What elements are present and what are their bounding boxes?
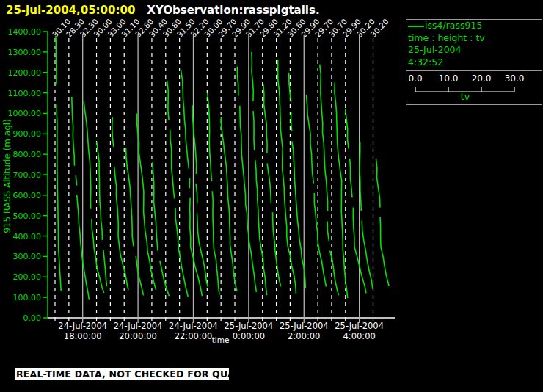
svg-text:1300.00: 1300.00 bbox=[8, 48, 42, 57]
pigtail-trace bbox=[252, 52, 267, 295]
pigtail-traces bbox=[56, 36, 389, 300]
svg-text:24-Jul-2004: 24-Jul-2004 bbox=[58, 321, 107, 331]
svg-text:600.00: 600.00 bbox=[13, 191, 42, 200]
pigtail-trace bbox=[289, 73, 306, 288]
legend-series: iss4/rass915 bbox=[406, 20, 542, 32]
svg-text:20:00:00: 20:00:00 bbox=[119, 331, 157, 341]
svg-text:1100.00: 1100.00 bbox=[8, 89, 42, 98]
pigtail-trace bbox=[208, 93, 219, 295]
rass-pigtail-window: 0.00100.00200.00300.00400.00500.00600.00… bbox=[0, 0, 543, 392]
svg-text:400.00: 400.00 bbox=[13, 232, 42, 242]
svg-text:25-Jul-2004: 25-Jul-2004 bbox=[225, 321, 274, 331]
tv-scale-tick-20: 20.0 bbox=[472, 73, 492, 84]
svg-text:900.00: 900.00 bbox=[13, 129, 42, 139]
svg-text:18:00:00: 18:00:00 bbox=[64, 331, 102, 341]
header-timestamp: 25-jul-2004,05:00:00 bbox=[6, 4, 135, 17]
tv-scale-tick-10: 10.0 bbox=[439, 73, 459, 84]
legend-fields: time : height : tv bbox=[406, 32, 542, 45]
svg-text:1400.00: 1400.00 bbox=[8, 27, 42, 37]
svg-text:0:00:00: 0:00:00 bbox=[233, 331, 265, 341]
pigtail-trace bbox=[112, 117, 128, 290]
svg-text:25-Jul-2004: 25-Jul-2004 bbox=[280, 321, 329, 331]
window-header: 25-jul-2004,05:00:00XYObservation:rasspi… bbox=[6, 4, 320, 17]
svg-text:25-Jul-2004: 25-Jul-2004 bbox=[335, 321, 384, 331]
svg-text:0.00: 0.00 bbox=[23, 313, 42, 323]
legend-separator bbox=[406, 70, 542, 71]
legend-date: 25-Jul-2004 bbox=[406, 44, 542, 57]
pigtail-trace bbox=[56, 36, 61, 291]
legend-time: 4:32:52 bbox=[406, 57, 542, 69]
pigtail-trace bbox=[153, 162, 170, 296]
svg-text:700.00: 700.00 bbox=[13, 170, 42, 180]
pigtail-trace bbox=[97, 142, 107, 286]
legend-series-name: iss4/rass915 bbox=[425, 20, 482, 31]
pigtail-trace bbox=[137, 113, 156, 289]
svg-text:300.00: 300.00 bbox=[13, 252, 42, 261]
pigtail-trace bbox=[346, 109, 366, 293]
tv-scale: 0.0 10.0 20.0 30.0 bbox=[406, 73, 542, 84]
pigtail-trace bbox=[192, 105, 208, 287]
pigtail-trace bbox=[376, 159, 389, 286]
legend-line-sample-icon bbox=[408, 26, 424, 27]
y-axis: 0.00100.00200.00300.00400.00500.00600.00… bbox=[2, 27, 48, 323]
tv-scale-label: tv bbox=[406, 91, 525, 102]
svg-text:800.00: 800.00 bbox=[13, 150, 42, 159]
quality-banner: REAL-TIME DATA, NOT CHECKED FOR QUALITY bbox=[15, 368, 229, 380]
page-title: XYObservation:rasspigtails. bbox=[147, 4, 319, 17]
pigtail-trace bbox=[181, 70, 203, 296]
quality-banner-text: REAL-TIME DATA, NOT CHECKED FOR QUALITY bbox=[15, 368, 229, 380]
pigtail-trace bbox=[360, 142, 373, 289]
svg-text:1000.00: 1000.00 bbox=[8, 109, 42, 118]
tv-scale-tick-30: 30.0 bbox=[505, 73, 525, 84]
svg-text:24-Jul-2004: 24-Jul-2004 bbox=[169, 321, 218, 331]
svg-text:time: time bbox=[212, 335, 230, 344]
svg-text:200.00: 200.00 bbox=[13, 272, 42, 282]
svg-text:22:00:00: 22:00:00 bbox=[175, 331, 213, 341]
svg-text:2:00:00: 2:00:00 bbox=[288, 331, 320, 341]
svg-text:915 RASS Altitude (m agl): 915 RASS Altitude (m agl) bbox=[2, 119, 12, 233]
pigtail-trace bbox=[263, 84, 281, 286]
svg-text:500.00: 500.00 bbox=[13, 211, 42, 221]
tv-scale-tick-0: 0.0 bbox=[408, 73, 422, 84]
svg-text:1200.00: 1200.00 bbox=[8, 68, 42, 78]
svg-text:100.00: 100.00 bbox=[13, 293, 42, 302]
pigtail-trace bbox=[278, 60, 296, 294]
pigtail-trace bbox=[167, 81, 189, 297]
legend-panel: iss4/rass915 time : height : tv 25-Jul-2… bbox=[406, 19, 542, 105]
pigtail-trace bbox=[84, 101, 104, 293]
svg-text:24-Jul-2004: 24-Jul-2004 bbox=[114, 321, 163, 331]
svg-text:4:00:00: 4:00:00 bbox=[343, 331, 375, 341]
